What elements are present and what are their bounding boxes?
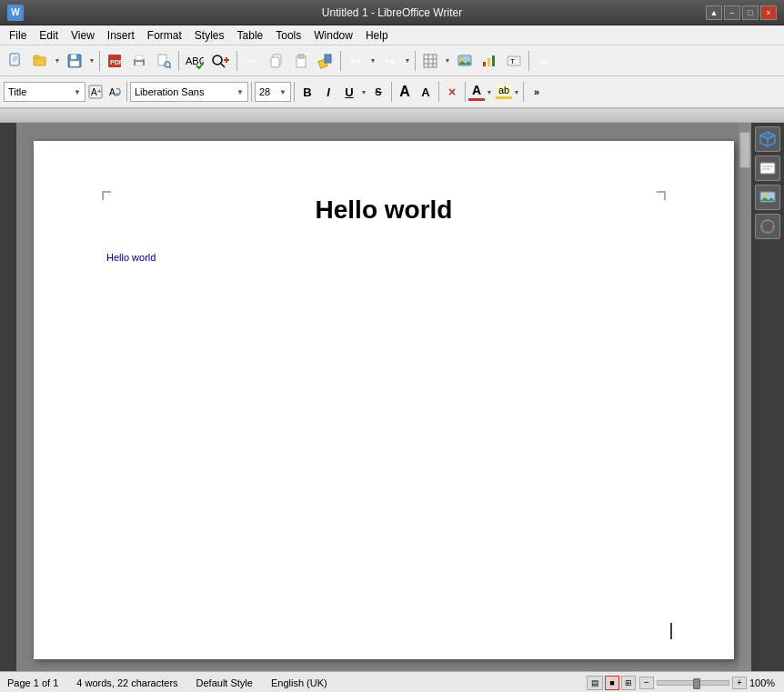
size-dropdown[interactable]: 28 ▼ (255, 82, 291, 102)
menu-edit[interactable]: Edit (34, 27, 64, 44)
menu-window[interactable]: Window (308, 27, 358, 44)
menu-styles[interactable]: Styles (189, 27, 230, 44)
view-web-button[interactable]: ⊞ (621, 676, 636, 690)
svg-rect-38 (492, 55, 495, 66)
open-dropdown-button[interactable]: ▼ (53, 49, 62, 73)
textbox-button[interactable]: T (502, 49, 526, 73)
svg-rect-8 (71, 55, 76, 59)
left-margin (0, 123, 16, 671)
menu-bar: File Edit View Insert Format Styles Tabl… (0, 25, 784, 45)
document-page[interactable]: Hello world Hello world (34, 141, 734, 659)
zoom-in-button[interactable]: + (732, 677, 747, 689)
copy-button[interactable] (265, 49, 288, 73)
highlight-group[interactable]: ab (496, 85, 512, 99)
shrink-font-button[interactable]: A (416, 82, 436, 102)
grow-font-button[interactable]: A (395, 82, 415, 102)
menu-insert[interactable]: Insert (102, 27, 140, 44)
svg-point-56 (763, 194, 767, 197)
new-button[interactable] (4, 49, 27, 73)
toolbar-area: ▼ ▼ PDF ABC (0, 45, 784, 108)
svg-rect-9 (70, 61, 79, 66)
highlight-letter: ab (497, 85, 511, 95)
toolbar2-more-button[interactable]: » (527, 82, 547, 102)
bold-button[interactable]: B (297, 82, 317, 102)
cut-button[interactable]: ✂ (240, 49, 264, 73)
title-bar: W Untitled 1 - LibreOffice Writer ▲ − □ … (0, 0, 784, 25)
save-dropdown-button[interactable]: ▼ (87, 49, 96, 73)
font-dropdown[interactable]: Liberation Sans ▼ (130, 82, 248, 102)
sidebar-navigator-button[interactable] (755, 214, 780, 239)
font-color-group[interactable]: A (468, 83, 485, 101)
toolbar1-more-button[interactable]: » (532, 49, 556, 73)
separator13 (523, 82, 524, 102)
print-button[interactable] (127, 49, 151, 73)
print-preview-button[interactable] (152, 49, 176, 73)
separator10 (391, 82, 392, 102)
view-normal-button[interactable]: ▤ (587, 676, 603, 690)
corner-mark-tl (102, 191, 111, 200)
corner-mark-tr (657, 191, 666, 200)
scrollbar-thumb[interactable] (739, 132, 750, 168)
spellcheck-button[interactable]: ABC (182, 49, 206, 73)
menu-file[interactable]: File (4, 27, 32, 44)
status-right-area: ▤ ■ ⊞ − + 100% (587, 676, 777, 690)
separator2 (178, 51, 179, 71)
redo-dropdown-button[interactable]: ▼ (403, 49, 412, 73)
zoom-slider[interactable] (657, 680, 729, 686)
save-button[interactable] (63, 49, 86, 73)
separator12 (465, 82, 466, 102)
menu-tools[interactable]: Tools (270, 27, 307, 44)
style-value: Title (8, 86, 72, 97)
new-style-button[interactable]: A+ (86, 80, 105, 104)
sidebar-styles-button[interactable] (755, 155, 780, 181)
menu-table[interactable]: Table (232, 27, 269, 44)
page-status: Page 1 of 1 (7, 677, 58, 688)
font-color-letter: A (472, 83, 481, 97)
highlight-dropdown-button[interactable]: ▼ (513, 82, 520, 102)
style-dropdown[interactable]: Title ▼ (4, 82, 85, 102)
zoom-out-button[interactable]: − (639, 677, 654, 689)
find-button[interactable] (206, 49, 234, 73)
redo-button[interactable]: ↪ (378, 49, 402, 73)
pdf-export-button[interactable]: PDF (103, 49, 126, 73)
document-area[interactable]: Hello world Hello world (16, 123, 751, 671)
close-btn[interactable]: × (760, 5, 777, 20)
main-area: Hello world Hello world (0, 123, 784, 671)
minimize-btn[interactable]: − (724, 5, 740, 20)
scrollbar-track[interactable] (739, 123, 751, 671)
sidebar-cube-button[interactable] (755, 126, 780, 152)
scroll-up-btn[interactable]: ▲ (706, 5, 722, 20)
maximize-btn[interactable]: □ (742, 5, 759, 20)
menu-help[interactable]: Help (360, 27, 394, 44)
svg-rect-36 (483, 62, 486, 66)
separator11 (438, 82, 439, 102)
svg-rect-52 (760, 163, 775, 174)
underline-button[interactable]: U (339, 82, 359, 102)
view-stop-button[interactable]: ■ (605, 676, 619, 690)
svg-rect-28 (325, 55, 331, 63)
right-sidebar (751, 123, 784, 671)
italic-button[interactable]: I (318, 82, 338, 102)
language-status: English (UK) (271, 677, 327, 688)
image-button[interactable] (453, 49, 477, 73)
chart-button[interactable] (477, 49, 501, 73)
update-style-button[interactable]: A (106, 80, 124, 104)
svg-rect-24 (271, 57, 279, 67)
sidebar-gallery-button[interactable] (755, 185, 780, 210)
separator4 (340, 51, 341, 71)
undo-dropdown-button[interactable]: ▼ (368, 49, 377, 73)
font-value: Liberation Sans (135, 86, 235, 97)
svg-rect-13 (136, 55, 143, 60)
menu-view[interactable]: View (65, 27, 100, 44)
table-button[interactable] (418, 49, 442, 73)
menu-format[interactable]: Format (142, 27, 187, 44)
paste-button[interactable] (289, 49, 313, 73)
strikethrough-button[interactable]: S (368, 82, 388, 102)
underline-dropdown-button[interactable]: ▼ (360, 82, 367, 102)
clear-format-button[interactable]: × (442, 82, 462, 102)
undo-button[interactable]: ↩ (344, 49, 367, 73)
table-dropdown-button[interactable]: ▼ (443, 49, 452, 73)
clone-format-button[interactable] (314, 49, 337, 73)
open-button[interactable] (28, 49, 52, 73)
font-color-dropdown-button[interactable]: ▼ (486, 82, 493, 102)
